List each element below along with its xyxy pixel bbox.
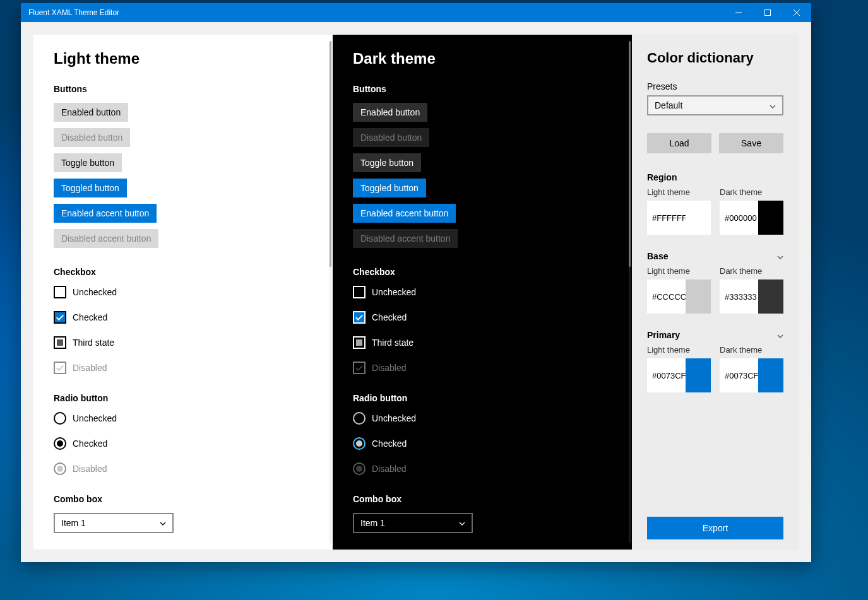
save-button[interactable]: Save	[719, 133, 783, 153]
maximize-button[interactable]	[753, 3, 782, 22]
region-light-swatch[interactable]: #FFFFFF	[647, 201, 711, 235]
chevron-down-icon	[770, 100, 776, 110]
toggle-button[interactable]: Toggle button	[54, 153, 122, 172]
region-dark-label: Dark theme	[720, 187, 783, 197]
export-button[interactable]: Export	[647, 517, 783, 539]
radio-icon	[353, 462, 366, 475]
chevron-down-icon	[459, 519, 465, 527]
disabled-button: Disabled button	[353, 128, 429, 147]
enabled-button[interactable]: Enabled button	[353, 103, 427, 122]
radio-checked-icon	[54, 437, 66, 450]
toggled-button[interactable]: Toggled button	[353, 179, 426, 197]
swatch-color	[686, 358, 711, 392]
swatch-hex: #FFFFFF	[652, 213, 687, 223]
accent-enabled-button[interactable]: Enabled accent button	[353, 204, 456, 223]
presets-label: Presets	[647, 81, 783, 91]
preset-value: Default	[655, 100, 682, 110]
checkmark-icon	[54, 311, 66, 324]
dark-theme-panel: Dark theme Buttons Enabled button Disabl…	[333, 35, 632, 550]
radio-disabled: Disabled	[54, 462, 312, 475]
section-checkbox: Checkbox	[353, 267, 612, 277]
region-dark-swatch[interactable]: #000000	[720, 201, 783, 235]
disabled-button: Disabled button	[54, 128, 130, 147]
radio-checked-icon	[353, 437, 366, 450]
combo-value: Item 1	[360, 518, 385, 528]
side-title: Color dictionary	[647, 50, 783, 66]
color-dictionary-panel: Color dictionary Presets Default Load Sa…	[632, 35, 799, 550]
checkbox-third-state[interactable]: Third state	[353, 336, 612, 349]
swatch-color	[686, 201, 711, 235]
indeterminate-icon	[353, 336, 366, 349]
combo-box[interactable]: Item 1	[54, 513, 174, 533]
content-area: Light theme Buttons Enabled button Disab…	[21, 22, 811, 562]
section-combo: Combo box	[54, 494, 312, 504]
region-group-label: Region	[647, 172, 783, 182]
combo-value: Item 1	[61, 518, 86, 528]
scrollbar[interactable]	[629, 41, 631, 543]
accent-disabled-button: Disabled accent button	[353, 229, 458, 248]
checkbox-unchecked[interactable]: Unchecked	[353, 286, 612, 298]
primary-light-swatch[interactable]: #0073CF	[647, 358, 711, 392]
checkbox-icon	[353, 286, 366, 298]
chevron-down-icon	[777, 251, 783, 261]
radio-unchecked[interactable]: Unchecked	[353, 412, 612, 425]
radio-checked[interactable]: Checked	[353, 437, 612, 450]
checkmark-icon	[353, 311, 366, 324]
load-button[interactable]: Load	[647, 133, 711, 153]
section-combo: Combo box	[353, 494, 612, 504]
swatch-hex: #000000	[725, 213, 757, 223]
app-title: Fluent XAML Theme Editor	[28, 8, 119, 17]
checkbox-disabled: Disabled	[353, 362, 612, 374]
svg-rect-1	[765, 10, 771, 16]
swatch-color	[758, 201, 783, 235]
section-buttons: Buttons	[54, 84, 312, 94]
combo-box[interactable]: Item 1	[353, 513, 473, 533]
checkbox-unchecked[interactable]: Unchecked	[54, 286, 312, 298]
primary-dark-label: Dark theme	[720, 345, 783, 355]
swatch-color	[686, 279, 711, 314]
base-dark-label: Dark theme	[720, 266, 783, 276]
checkbox-icon	[54, 362, 66, 374]
radio-icon	[353, 412, 366, 425]
base-group-label[interactable]: Base	[647, 251, 783, 261]
primary-group-label[interactable]: Primary	[647, 330, 783, 340]
section-radio: Radio button	[54, 393, 312, 403]
accent-enabled-button[interactable]: Enabled accent button	[54, 204, 157, 223]
enabled-button[interactable]: Enabled button	[54, 103, 128, 122]
preset-select[interactable]: Default	[647, 95, 783, 115]
light-theme-title: Light theme	[54, 50, 312, 68]
primary-light-label: Light theme	[647, 345, 711, 355]
base-light-label: Light theme	[647, 266, 711, 276]
checkbox-icon	[54, 286, 66, 298]
close-button[interactable]	[782, 3, 811, 22]
base-light-swatch[interactable]: #CCCCCC	[647, 279, 711, 314]
toggled-button[interactable]: Toggled button	[54, 179, 127, 197]
primary-dark-swatch[interactable]: #0073CF	[720, 358, 783, 392]
checkbox-third-state[interactable]: Third state	[54, 336, 312, 349]
checkbox-checked[interactable]: Checked	[353, 311, 612, 324]
checkbox-checked[interactable]: Checked	[54, 311, 312, 324]
section-checkbox: Checkbox	[54, 267, 312, 277]
swatch-color	[758, 358, 783, 392]
chevron-down-icon	[160, 519, 166, 527]
indeterminate-icon	[54, 336, 66, 349]
radio-icon	[54, 412, 66, 425]
region-light-label: Light theme	[647, 187, 711, 197]
checkbox-disabled: Disabled	[54, 362, 312, 374]
minimize-button[interactable]	[724, 3, 753, 22]
radio-checked[interactable]: Checked	[54, 437, 312, 450]
section-radio: Radio button	[353, 393, 612, 403]
toggle-button[interactable]: Toggle button	[353, 153, 421, 172]
titlebar: Fluent XAML Theme Editor	[21, 3, 811, 22]
light-theme-panel: Light theme Buttons Enabled button Disab…	[33, 35, 333, 550]
base-dark-swatch[interactable]: #333333	[720, 279, 783, 314]
scrollbar[interactable]	[330, 41, 331, 543]
radio-disabled: Disabled	[353, 462, 612, 475]
swatch-hex: #333333	[725, 292, 757, 302]
app-window: Fluent XAML Theme Editor Light theme But…	[21, 3, 811, 562]
accent-disabled-button: Disabled accent button	[54, 229, 158, 248]
radio-unchecked[interactable]: Unchecked	[54, 412, 312, 425]
checkbox-icon	[353, 362, 366, 374]
section-buttons: Buttons	[353, 84, 612, 94]
dark-theme-title: Dark theme	[353, 50, 612, 68]
